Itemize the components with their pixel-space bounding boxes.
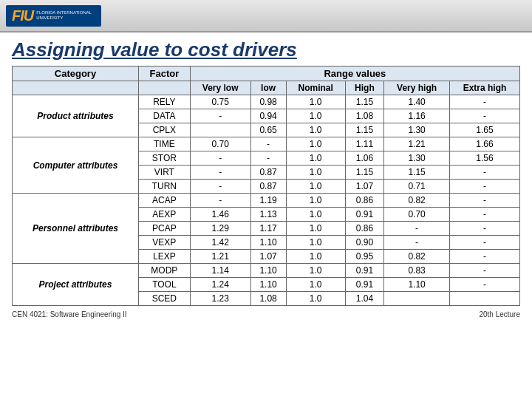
- cell-high: 0.86: [345, 194, 384, 208]
- cell-factor: VIRT: [138, 166, 190, 180]
- col-header-factor: Factor: [138, 66, 190, 81]
- cell-high: 1.04: [345, 292, 384, 306]
- cell-high: 1.08: [345, 109, 384, 123]
- cell-extra_high: -: [449, 208, 519, 222]
- cell-very_low: -: [190, 151, 250, 166]
- cell-extra_high: -: [449, 166, 519, 180]
- cell-factor: CPLX: [138, 123, 190, 137]
- cell-high: 1.15: [345, 95, 384, 109]
- table-body: Product attributesRELY0.750.981.01.151.4…: [13, 95, 520, 306]
- table-row: Project attributesMODP1.141.101.00.910.8…: [13, 264, 520, 278]
- cell-extra_high: -: [449, 109, 519, 123]
- cell-very_low: 1.23: [190, 292, 250, 306]
- cell-factor: DATA: [138, 109, 190, 123]
- cell-low: 1.07: [250, 250, 286, 264]
- cell-extra_high: -: [449, 236, 519, 250]
- cell-very_high: 1.30: [384, 151, 450, 166]
- cell-very_high: 1.10: [384, 278, 450, 292]
- cell-factor: SCED: [138, 292, 190, 306]
- cell-very_high: 0.70: [384, 208, 450, 222]
- col-header-range: Range values: [190, 66, 519, 81]
- cell-very_high: -: [384, 236, 450, 250]
- cell-nominal: 1.0: [286, 194, 345, 208]
- cell-factor: TIME: [138, 137, 190, 151]
- cell-very_low: -: [190, 166, 250, 180]
- cell-low: 0.94: [250, 109, 286, 123]
- table-row: Personnel attributesACAP-1.191.00.860.82…: [13, 194, 520, 208]
- cell-low: 1.10: [250, 264, 286, 278]
- table-header-row-2: Very low low Nominal High Very high Extr…: [13, 81, 520, 95]
- cell-low: 1.19: [250, 194, 286, 208]
- cell-very_high: 1.21: [384, 137, 450, 151]
- cell-nominal: 1.0: [286, 95, 345, 109]
- cell-extra_high: [449, 292, 519, 306]
- footer-lecture: 20th Lecture: [479, 310, 520, 318]
- cell-extra_high: -: [449, 250, 519, 264]
- col-header-nominal: Nominal: [286, 81, 345, 95]
- page-title: Assigning value to cost drivers: [12, 38, 520, 61]
- cell-low: -: [250, 151, 286, 166]
- cell-low: 1.08: [250, 292, 286, 306]
- cell-very_high: [384, 292, 450, 306]
- title-section: Assigning value to cost drivers: [0, 33, 532, 66]
- cell-factor: AEXP: [138, 208, 190, 222]
- cell-factor: STOR: [138, 151, 190, 166]
- cell-nominal: 1.0: [286, 292, 345, 306]
- table-header-row-1: Category Factor Range values: [13, 66, 520, 81]
- cell-low: 1.10: [250, 278, 286, 292]
- col-header-very-low: Very low: [190, 81, 250, 95]
- cell-nominal: 1.0: [286, 222, 345, 236]
- cell-very_low: 1.21: [190, 250, 250, 264]
- fiu-logo-subtitle: FLORIDA INTERNATIONAL UNIVERSITY: [36, 10, 95, 21]
- cell-extra_high: 1.65: [449, 123, 519, 137]
- cell-very_low: 0.75: [190, 95, 250, 109]
- cell-very_high: 1.15: [384, 166, 450, 180]
- cell-very_low: 1.42: [190, 236, 250, 250]
- cell-very_low: 1.46: [190, 208, 250, 222]
- cell-factor: TURN: [138, 180, 190, 194]
- cell-factor: MODP: [138, 264, 190, 278]
- cell-factor: ACAP: [138, 194, 190, 208]
- cell-high: 0.86: [345, 222, 384, 236]
- cell-high: 1.11: [345, 137, 384, 151]
- cell-extra_high: -: [449, 95, 519, 109]
- cell-low: 1.17: [250, 222, 286, 236]
- cell-nominal: 1.0: [286, 278, 345, 292]
- col-header-very-high: Very high: [384, 81, 450, 95]
- cell-very_high: 0.82: [384, 250, 450, 264]
- cell-factor: RELY: [138, 95, 190, 109]
- cell-nominal: 1.0: [286, 180, 345, 194]
- cell-very_low: 1.24: [190, 278, 250, 292]
- cell-extra_high: -: [449, 194, 519, 208]
- col-header-high: High: [345, 81, 384, 95]
- category-cell: Personnel attributes: [13, 194, 139, 264]
- category-cell: Project attributes: [13, 264, 139, 306]
- col-header-low: low: [250, 81, 286, 95]
- cell-factor: PCAP: [138, 222, 190, 236]
- cell-extra_high: -: [449, 180, 519, 194]
- cell-extra_high: 1.56: [449, 151, 519, 166]
- cell-low: -: [250, 137, 286, 151]
- cell-nominal: 1.0: [286, 123, 345, 137]
- cell-nominal: 1.0: [286, 250, 345, 264]
- cell-very_high: 1.16: [384, 109, 450, 123]
- cell-nominal: 1.0: [286, 151, 345, 166]
- cell-nominal: 1.0: [286, 236, 345, 250]
- cell-nominal: 1.0: [286, 208, 345, 222]
- cell-high: 0.95: [345, 250, 384, 264]
- cell-very_high: 1.30: [384, 123, 450, 137]
- cell-nominal: 1.0: [286, 109, 345, 123]
- cell-extra_high: -: [449, 278, 519, 292]
- cell-factor: TOOL: [138, 278, 190, 292]
- cell-nominal: 1.0: [286, 264, 345, 278]
- cell-high: 1.07: [345, 180, 384, 194]
- col-header-extra-high: Extra high: [449, 81, 519, 95]
- cell-very_high: 0.82: [384, 194, 450, 208]
- cell-extra_high: 1.66: [449, 137, 519, 151]
- category-cell: Product attributes: [13, 95, 139, 137]
- cell-high: 1.06: [345, 151, 384, 166]
- cell-low: 0.87: [250, 166, 286, 180]
- cell-factor: LEXP: [138, 250, 190, 264]
- cell-very_high: -: [384, 222, 450, 236]
- col-header-empty-fac: [138, 81, 190, 95]
